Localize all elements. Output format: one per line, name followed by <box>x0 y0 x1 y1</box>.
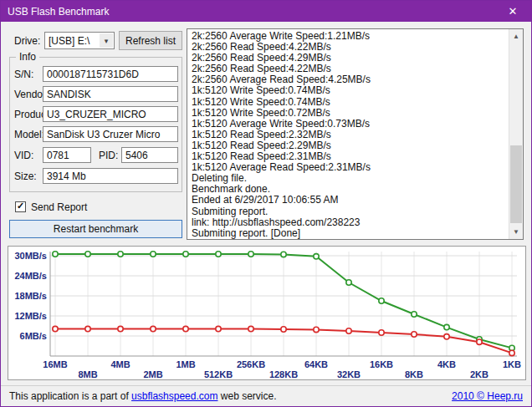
log-line: 1k:5120 Write Speed:0.74MB/s <box>192 97 509 108</box>
svg-text:64KB: 64KB <box>304 359 328 369</box>
svg-text:512KB: 512KB <box>204 369 233 379</box>
svg-text:12MB/s: 12MB/s <box>14 311 47 321</box>
svg-text:2MB: 2MB <box>143 369 162 379</box>
svg-text:24MB/s: 24MB/s <box>14 271 47 281</box>
log-line: 1k:5120 Write Speed:0.72MB/s <box>192 108 509 119</box>
product-field[interactable] <box>43 106 178 122</box>
restart-benchmark-button[interactable]: Restart benchmark <box>9 220 182 238</box>
log-line: Ended at 6/29/2017 10:06:55 AM <box>192 195 509 206</box>
svg-text:32KB: 32KB <box>337 369 361 379</box>
send-report-checkbox[interactable] <box>15 201 26 212</box>
close-icon[interactable]: ✕ <box>494 1 531 22</box>
svg-text:1KB: 1KB <box>503 359 521 369</box>
svg-text:6MB/s: 6MB/s <box>20 331 47 341</box>
sn-label: S/N: <box>14 69 33 80</box>
model-field[interactable] <box>43 126 178 142</box>
footer-text: This application is a part of usbflashsp… <box>9 390 277 402</box>
benchmark-chart: 30MB/s24MB/s18MB/s12MB/s6MB/s16MB8MB4MB2… <box>8 246 526 380</box>
log-line: Submiting report. [Done] <box>192 228 509 239</box>
drive-select[interactable]: [USB] E:\ ▾ <box>44 32 115 49</box>
svg-text:16MB: 16MB <box>43 359 67 369</box>
log-line: link: http://usbflashspeed.com/238223 <box>192 217 509 228</box>
drive-select-value: [USB] E:\ <box>49 35 90 47</box>
svg-text:16KB: 16KB <box>370 359 393 369</box>
log-line: 1k:5120 Read Speed:2.32MB/s <box>192 130 509 140</box>
titlebar: USB Flash Benchmark ✕ <box>1 1 531 22</box>
log-lines: 2k:2560 Average Write Speed:1.21MB/s2k:2… <box>187 29 509 239</box>
window-title: USB Flash Benchmark <box>1 6 494 18</box>
pid-field[interactable] <box>121 147 178 163</box>
scrollbar-thumb[interactable] <box>510 145 522 223</box>
svg-text:8MB: 8MB <box>78 369 97 379</box>
vendor-field[interactable] <box>43 86 178 102</box>
sn-field[interactable] <box>43 66 178 82</box>
svg-text:30MB/s: 30MB/s <box>14 251 47 261</box>
model-label: Model: <box>14 129 44 140</box>
vid-label: VID: <box>14 150 33 161</box>
chevron-down-icon: ▾ <box>100 33 113 48</box>
app-window: USB Flash Benchmark ✕ Drive: [USB] E:\ ▾… <box>0 0 532 407</box>
size-label: Size: <box>14 170 37 182</box>
footer-text-after: web service. <box>217 390 276 402</box>
footer-text-before: This application is a part of <box>9 390 131 402</box>
log-scrollbar[interactable]: ▲ ▼ <box>509 29 523 239</box>
heep-credit-link[interactable]: 2010 © Heep.ru <box>452 390 523 402</box>
info-group-label: Info <box>16 51 39 63</box>
svg-text:1MB: 1MB <box>176 359 195 369</box>
log-line: 1k:5120 Average Write Speed:0.73MB/s <box>192 119 509 130</box>
svg-text:2KB: 2KB <box>470 369 489 379</box>
svg-text:8KB: 8KB <box>405 369 423 379</box>
svg-text:18MB/s: 18MB/s <box>14 291 47 301</box>
usbflashspeed-link[interactable]: usbflashspeed.com <box>131 390 217 402</box>
vid-field[interactable] <box>43 147 91 163</box>
size-field[interactable] <box>43 168 178 184</box>
svg-text:4KB: 4KB <box>437 359 456 369</box>
drive-label: Drive: <box>14 35 40 47</box>
svg-text:256KB: 256KB <box>237 359 265 369</box>
log-line: Submiting report. <box>192 206 509 217</box>
send-report-label: Send Report <box>31 201 87 213</box>
log-line: 1k:5120 Write Speed:0.74MB/s <box>192 85 509 96</box>
scroll-up-icon[interactable]: ▲ <box>509 29 523 43</box>
info-group: Info S/N: Vendor: Product: Model: VID: P… <box>9 57 182 192</box>
svg-text:4MB: 4MB <box>110 359 130 369</box>
svg-text:128KB: 128KB <box>269 369 298 379</box>
chart-svg: 30MB/s24MB/s18MB/s12MB/s6MB/s16MB8MB4MB2… <box>8 247 525 379</box>
log-panel[interactable]: 2k:2560 Average Write Speed:1.21MB/s2k:2… <box>187 28 524 240</box>
pid-label: PID: <box>99 150 118 161</box>
scroll-down-icon[interactable]: ▼ <box>509 225 523 239</box>
statusbar: This application is a part of usbflashsp… <box>1 385 531 406</box>
refresh-list-button[interactable]: Refresh list <box>119 31 182 50</box>
